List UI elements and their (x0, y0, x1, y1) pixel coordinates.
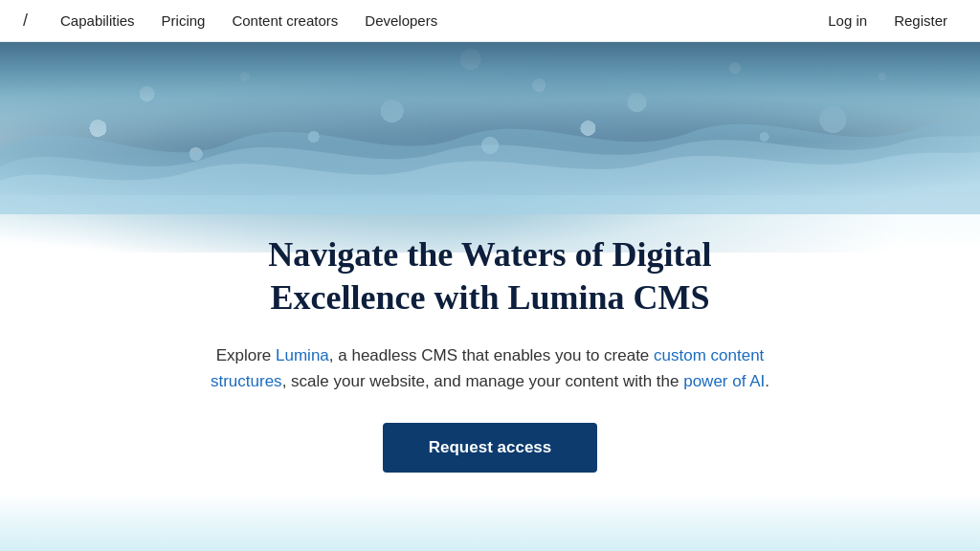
login-link[interactable]: Log in (818, 12, 877, 29)
water-surface (0, 90, 980, 214)
desc-text-3: , scale your website, and manage your co… (282, 372, 684, 390)
hero-description: Explore Lumina, a headless CMS that enab… (203, 342, 777, 394)
desc-text-2: , a headless CMS that enables you to cre… (329, 346, 654, 364)
power-of-ai-link[interactable]: power of AI (683, 372, 765, 390)
nav-developers[interactable]: Developers (351, 12, 451, 29)
nav-pricing[interactable]: Pricing (148, 12, 219, 29)
register-link[interactable]: Register (884, 12, 957, 29)
hero-bottom (0, 494, 980, 551)
request-access-button[interactable]: Request access (383, 423, 598, 473)
auth-links: Log in Register (818, 12, 957, 29)
navbar: / Capabilities Pricing Content creators … (0, 0, 980, 42)
hero-title: Navigate the Waters of Digital Excellenc… (203, 233, 777, 320)
nav-capabilities[interactable]: Capabilities (47, 12, 148, 29)
desc-text-1: Explore (216, 346, 276, 364)
hero-content: Navigate the Waters of Digital Excellenc… (203, 233, 777, 473)
logo[interactable]: / (23, 11, 28, 31)
lumina-link[interactable]: Lumina (276, 346, 329, 364)
nav-links: Capabilities Pricing Content creators De… (47, 12, 818, 29)
desc-text-4: . (765, 372, 769, 390)
nav-content-creators[interactable]: Content creators (218, 12, 351, 29)
hero-section: Navigate the Waters of Digital Excellenc… (0, 42, 980, 551)
